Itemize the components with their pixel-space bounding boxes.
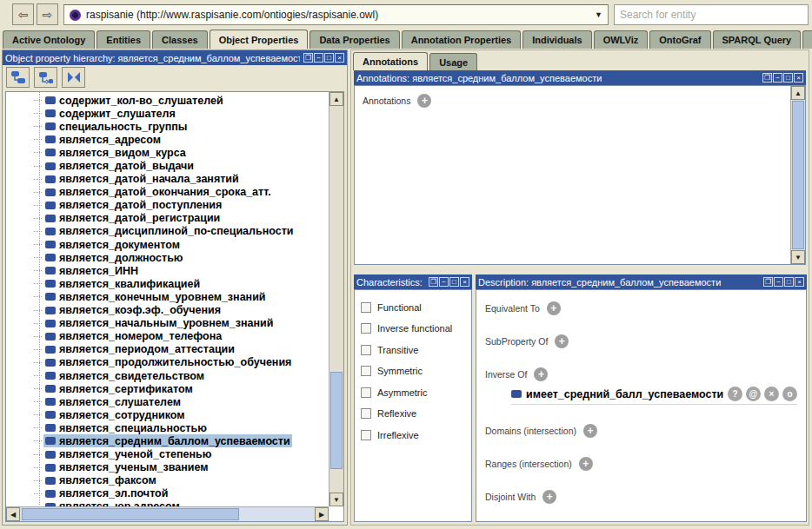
object-property-row[interactable]: является_конечным_уровнем_знаний	[6, 290, 329, 303]
scroll-down-icon[interactable]: ▼	[791, 250, 805, 264]
scroll-right-icon[interactable]: ▶	[315, 507, 329, 521]
search-input[interactable]	[614, 4, 809, 25]
characteristic-row[interactable]: Transitive	[361, 344, 471, 355]
float-icon[interactable]: ❐	[429, 277, 438, 287]
scroll-up-icon[interactable]: ▲	[791, 86, 805, 100]
add-button[interactable]: +	[542, 490, 556, 504]
object-property-row[interactable]: является_должностью	[6, 251, 329, 264]
object-property-row[interactable]: является_датой_выдачи	[6, 159, 329, 172]
object-property-row[interactable]: является_адресом	[6, 133, 329, 146]
maximize-icon[interactable]: □	[784, 277, 794, 287]
characteristic-row[interactable]: Asymmetric	[361, 387, 471, 398]
scroll-down-icon[interactable]: ▼	[329, 493, 343, 506]
checkbox-unchecked-icon[interactable]	[361, 366, 371, 376]
object-property-row[interactable]: является_ученым_званием	[6, 461, 329, 474]
checkbox-unchecked-icon[interactable]	[361, 430, 371, 440]
maximize-icon[interactable]: □	[783, 73, 793, 83]
object-property-row[interactable]: является_юр.адресом	[6, 500, 329, 506]
object-property-row[interactable]: является_датой_начала_занятий	[6, 173, 329, 186]
close-icon[interactable]: ×	[460, 277, 469, 287]
checkbox-unchecked-icon[interactable]	[361, 345, 371, 355]
add-button[interactable]: +	[583, 424, 597, 438]
main-tab[interactable]: SPARQL Query	[713, 30, 802, 49]
object-property-row[interactable]: является_номером_телефона	[6, 330, 329, 343]
add-button[interactable]: +	[547, 301, 561, 315]
dropdown-arrow-icon[interactable]: ▼	[589, 10, 602, 19]
minimize-icon[interactable]: −	[774, 277, 783, 287]
delete-property-button[interactable]	[62, 67, 85, 88]
characteristic-row[interactable]: Functional	[361, 301, 471, 313]
add-button[interactable]: +	[534, 367, 548, 381]
characteristic-row[interactable]: Reflexive	[361, 408, 471, 420]
forward-button[interactable]: ⇨	[37, 3, 58, 25]
object-property-row[interactable]: является_видом_курса	[6, 146, 329, 159]
back-button[interactable]: ⇦	[12, 3, 34, 25]
scroll-up-icon[interactable]: ▲	[329, 92, 343, 106]
annotate-button[interactable]: @	[746, 387, 761, 401]
main-tab[interactable]: Individuals	[522, 30, 591, 49]
close-icon[interactable]: ×	[794, 73, 803, 83]
annotations-tab[interactable]: Usage	[429, 53, 477, 70]
main-tab[interactable]: Entities	[97, 30, 150, 49]
main-tab[interactable]: Data Properties	[309, 30, 399, 49]
minimize-icon[interactable]: −	[314, 53, 323, 63]
inverse-property-row[interactable]: имеет_средний_балл_успеваемости ? @ × o	[511, 387, 797, 405]
object-property-row[interactable]: является_эл.почтой	[6, 487, 329, 500]
object-property-row[interactable]: является_слушателем	[6, 395, 329, 408]
object-property-row[interactable]: является_датой_поступления	[6, 199, 329, 212]
scroll-left-icon[interactable]: ◀	[6, 507, 20, 521]
maximize-icon[interactable]: □	[449, 277, 459, 287]
object-property-row[interactable]: является_ученой_степенью	[6, 448, 329, 461]
ontology-selector[interactable]: raspisanie (http://www.raspisanie.com/on…	[63, 4, 609, 25]
explain-button[interactable]: ?	[728, 387, 742, 401]
checkbox-unchecked-icon[interactable]	[361, 408, 371, 419]
horizontal-scroll-thumb[interactable]	[22, 508, 239, 520]
float-icon[interactable]: ❐	[303, 53, 313, 63]
object-property-row[interactable]: является_продолжительностью_обучения	[6, 356, 329, 369]
checkbox-unchecked-icon[interactable]	[361, 323, 371, 334]
add-button[interactable]: +	[555, 334, 569, 348]
object-property-row[interactable]: является_специальностью	[6, 421, 329, 434]
object-property-row[interactable]: содержит_слушателя	[6, 107, 329, 120]
add-annotation-button[interactable]: +	[417, 94, 431, 108]
edit-button[interactable]: o	[782, 387, 797, 401]
main-tab[interactable]: Classes	[152, 30, 208, 49]
maximize-icon[interactable]: □	[324, 53, 334, 63]
object-property-row[interactable]: является_сотрудником	[6, 408, 329, 421]
add-sibling-property-button[interactable]	[34, 67, 57, 88]
vertical-scroll-thumb[interactable]	[330, 372, 343, 469]
main-tab[interactable]: Active Ontology	[3, 30, 95, 49]
main-tab[interactable]: Ontology Differences	[802, 30, 812, 49]
add-sub-property-button[interactable]	[6, 67, 30, 88]
characteristic-row[interactable]: Irreflexive	[361, 429, 471, 440]
main-tab[interactable]: OWLViz	[594, 30, 649, 49]
main-tab[interactable]: OntoGraf	[649, 30, 710, 49]
object-property-row[interactable]: специальность_группы	[6, 120, 329, 133]
main-tab[interactable]: Annotation Properties	[402, 30, 522, 49]
float-icon[interactable]: ❐	[762, 73, 772, 83]
object-property-row[interactable]: является_свидетельством	[6, 369, 329, 382]
vertical-scroll-thumb[interactable]	[792, 101, 804, 249]
object-property-row[interactable]: является_средним_баллом_успеваемости	[6, 434, 329, 447]
object-property-row[interactable]: является_документом	[6, 238, 329, 251]
object-property-row[interactable]: является_факсом	[6, 474, 329, 487]
object-property-row[interactable]: является_датой_окончания_срока_атт.	[6, 186, 329, 199]
annotations-scrollbar[interactable]: ▲ ▼	[790, 86, 805, 264]
object-property-row[interactable]: является_датой_регистрации	[6, 212, 329, 225]
tree-vertical-scrollbar[interactable]: ▲ ▼	[329, 92, 343, 506]
checkbox-unchecked-icon[interactable]	[361, 387, 371, 398]
characteristic-row[interactable]: Inverse functional	[361, 323, 471, 334]
checkbox-unchecked-icon[interactable]	[361, 302, 371, 313]
object-property-row[interactable]: является_квалификацией	[6, 277, 329, 290]
close-icon[interactable]: ×	[335, 53, 344, 63]
close-icon[interactable]: ×	[795, 277, 804, 287]
float-icon[interactable]: ❐	[763, 277, 773, 287]
object-property-row[interactable]: является_коэф.эф._обучения	[6, 304, 329, 317]
main-tab[interactable]: Object Properties	[210, 30, 309, 49]
object-property-row[interactable]: содержит_кол-во_слушателей	[6, 94, 329, 107]
tree-horizontal-scrollbar[interactable]: ◀ ▶	[6, 506, 329, 521]
minimize-icon[interactable]: −	[439, 277, 449, 287]
annotations-tab[interactable]: Annotations	[353, 52, 428, 70]
delete-button[interactable]: ×	[764, 387, 779, 401]
minimize-icon[interactable]: −	[773, 73, 782, 83]
